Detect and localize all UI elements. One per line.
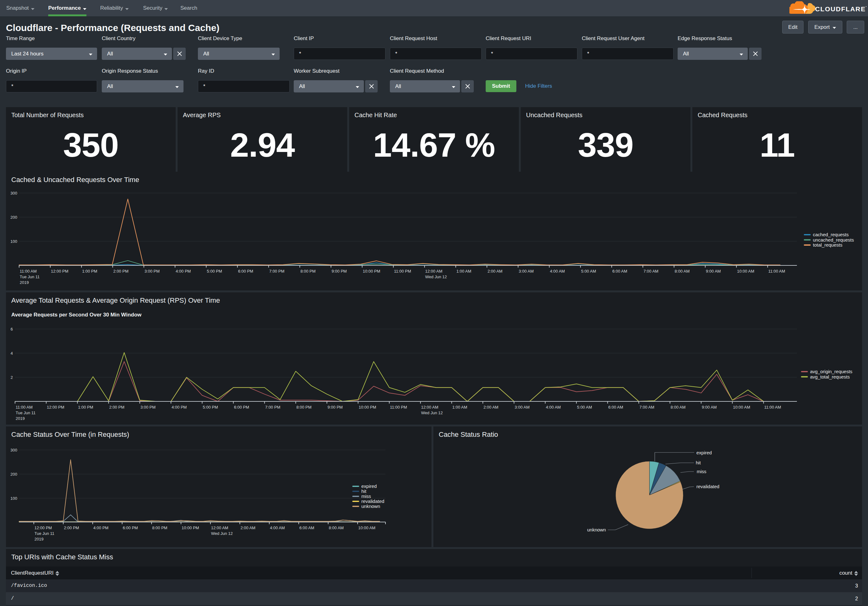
- svg-text:9:00 AM: 9:00 AM: [702, 405, 717, 410]
- svg-text:avg_origin_requests: avg_origin_requests: [810, 369, 852, 374]
- svg-text:revalidated: revalidated: [361, 499, 384, 504]
- svg-text:2:00 PM: 2:00 PM: [64, 525, 79, 530]
- svg-text:2:00 AM: 2:00 AM: [488, 269, 502, 273]
- svg-text:9:00 PM: 9:00 PM: [332, 269, 347, 273]
- svg-text:Wed Jun 12: Wed Jun 12: [425, 275, 447, 279]
- svg-text:1:00 AM: 1:00 AM: [456, 269, 471, 273]
- svg-text:2:00 AM: 2:00 AM: [484, 405, 499, 410]
- svg-text:11:00 AM: 11:00 AM: [16, 405, 33, 410]
- svg-text:7:00 AM: 7:00 AM: [643, 269, 659, 273]
- svg-text:2:00 AM: 2:00 AM: [240, 525, 256, 530]
- svg-text:10:00 AM: 10:00 AM: [358, 525, 375, 530]
- svg-text:hit: hit: [361, 488, 367, 494]
- svg-text:7:00 AM: 7:00 AM: [639, 405, 654, 410]
- svg-text:4:00 PM: 4:00 PM: [93, 525, 108, 530]
- svg-text:total_requests: total_requests: [813, 242, 842, 247]
- svg-text:200: 200: [10, 215, 17, 220]
- svg-text:5:00 AM: 5:00 AM: [581, 269, 596, 273]
- svg-text:revalidated: revalidated: [696, 484, 719, 489]
- svg-text:unknown: unknown: [587, 527, 606, 532]
- svg-text:12:00 AM: 12:00 AM: [421, 405, 439, 410]
- svg-text:8:00 PM: 8:00 PM: [152, 525, 167, 530]
- svg-text:cached_requests: cached_requests: [813, 232, 849, 237]
- svg-text:3:00 AM: 3:00 AM: [519, 269, 534, 273]
- svg-text:avg_total_requests: avg_total_requests: [810, 374, 850, 379]
- svg-text:7:00 PM: 7:00 PM: [265, 405, 280, 410]
- svg-text:10:00 AM: 10:00 AM: [733, 405, 750, 410]
- svg-text:9:00 AM: 9:00 AM: [706, 269, 721, 273]
- svg-text:3:00 PM: 3:00 PM: [144, 269, 160, 273]
- svg-text:hit: hit: [696, 460, 701, 465]
- svg-text:11:00 AM: 11:00 AM: [764, 405, 781, 410]
- svg-text:8:00 PM: 8:00 PM: [296, 405, 311, 410]
- svg-text:6: 6: [11, 327, 13, 331]
- svg-text:8:00 PM: 8:00 PM: [300, 269, 315, 273]
- svg-text:4:00 PM: 4:00 PM: [176, 269, 191, 273]
- svg-text:10:00 PM: 10:00 PM: [359, 405, 377, 410]
- svg-text:2:00 PM: 2:00 PM: [113, 269, 129, 273]
- svg-text:12:00 PM: 12:00 PM: [34, 525, 52, 530]
- svg-text:6:00 AM: 6:00 AM: [612, 269, 627, 273]
- svg-text:11:00 PM: 11:00 PM: [394, 269, 411, 273]
- svg-text:2019: 2019: [16, 416, 25, 421]
- svg-text:Tue Jun 11: Tue Jun 11: [20, 275, 40, 279]
- svg-text:miss: miss: [697, 469, 707, 474]
- svg-text:2019: 2019: [34, 537, 43, 541]
- svg-text:uncached_requests: uncached_requests: [813, 237, 854, 242]
- svg-text:12:00 AM: 12:00 AM: [425, 269, 442, 273]
- svg-text:6:00 AM: 6:00 AM: [299, 525, 315, 530]
- svg-text:6:00 PM: 6:00 PM: [123, 525, 138, 530]
- svg-text:1:00 AM: 1:00 AM: [452, 405, 467, 410]
- svg-text:300: 300: [10, 191, 17, 196]
- svg-text:4: 4: [11, 351, 13, 356]
- svg-text:100: 100: [10, 496, 17, 501]
- svg-text:9:00 PM: 9:00 PM: [327, 405, 343, 410]
- svg-text:2019: 2019: [20, 280, 29, 285]
- svg-text:300: 300: [10, 448, 17, 452]
- svg-text:200: 200: [10, 472, 17, 477]
- svg-text:11:00 AM: 11:00 AM: [20, 269, 37, 273]
- svg-text:expired: expired: [361, 483, 377, 489]
- svg-text:4:00 AM: 4:00 AM: [550, 269, 565, 273]
- svg-text:12:00 PM: 12:00 PM: [47, 405, 65, 410]
- svg-text:3:00 AM: 3:00 AM: [515, 405, 530, 410]
- svg-text:10:00 PM: 10:00 PM: [181, 525, 199, 530]
- svg-text:6:00 PM: 6:00 PM: [234, 405, 249, 410]
- svg-text:miss: miss: [361, 494, 371, 499]
- svg-text:2: 2: [11, 375, 13, 380]
- svg-text:5:00 PM: 5:00 PM: [203, 405, 218, 410]
- svg-text:expired: expired: [696, 450, 712, 455]
- svg-text:2:00 PM: 2:00 PM: [109, 405, 124, 410]
- svg-text:1:00 PM: 1:00 PM: [82, 269, 97, 273]
- svg-text:5:00 AM: 5:00 AM: [577, 405, 592, 410]
- svg-text:12:00 PM: 12:00 PM: [51, 269, 68, 273]
- svg-text:7:00 PM: 7:00 PM: [269, 269, 284, 273]
- svg-text:Tue Jun 11: Tue Jun 11: [16, 410, 36, 415]
- svg-text:Wed Jun 12: Wed Jun 12: [421, 410, 443, 415]
- svg-text:CLOUDFLARE: CLOUDFLARE: [815, 5, 866, 12]
- svg-text:6:00 AM: 6:00 AM: [608, 405, 623, 410]
- svg-text:Wed Jun 12: Wed Jun 12: [211, 531, 232, 536]
- svg-text:3:00 PM: 3:00 PM: [140, 405, 155, 410]
- svg-text:8:00 AM: 8:00 AM: [329, 525, 344, 530]
- svg-text:12:00 AM: 12:00 AM: [211, 525, 228, 530]
- svg-text:8:00 AM: 8:00 AM: [671, 405, 686, 410]
- svg-text:4:00 AM: 4:00 AM: [270, 525, 285, 530]
- svg-text:8:00 AM: 8:00 AM: [675, 269, 690, 273]
- svg-text:unknown: unknown: [361, 503, 380, 509]
- svg-text:Tue Jun 11: Tue Jun 11: [34, 531, 54, 536]
- svg-text:100: 100: [10, 239, 17, 244]
- svg-text:10:00 PM: 10:00 PM: [363, 269, 380, 273]
- svg-text:11:00 PM: 11:00 PM: [390, 405, 407, 410]
- svg-text:1:00 PM: 1:00 PM: [78, 405, 93, 410]
- svg-text:10:00 AM: 10:00 AM: [737, 269, 754, 273]
- svg-text:4:00 PM: 4:00 PM: [172, 405, 187, 410]
- svg-text:5:00 PM: 5:00 PM: [207, 269, 222, 273]
- svg-text:11:00 AM: 11:00 AM: [768, 269, 785, 273]
- svg-text:4:00 AM: 4:00 AM: [546, 405, 561, 410]
- svg-text:6:00 PM: 6:00 PM: [238, 269, 253, 273]
